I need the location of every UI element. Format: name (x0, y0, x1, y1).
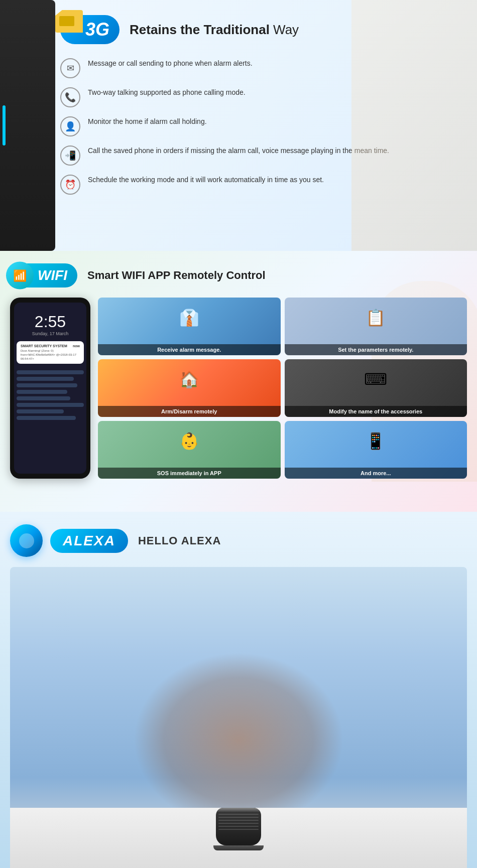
blurred-line (17, 403, 84, 407)
monitor-icon: 👤 (60, 116, 80, 136)
section-wifi: WIFI Smart WIFI APP Remotely Control 2:5… (0, 251, 477, 512)
alexa-orb-icon (10, 524, 43, 557)
alexa-speaker-device (208, 808, 269, 853)
cell-label: Modify the name of the accessories (285, 406, 467, 417)
speaker-line (218, 829, 259, 830)
phone-notification: SMART SECURITY SYSTEM now Door Alarming!… (17, 341, 84, 364)
cell-label: SOS immediately in APP (98, 468, 281, 479)
wifi-label: WIFI (38, 267, 67, 283)
speaker-line (218, 814, 259, 815)
alexa-title: HELLO ALEXA (138, 534, 221, 547)
blurred-line (17, 416, 76, 420)
section-alexa: ALEXA HELLO ALEXA (0, 512, 477, 868)
call-icon: 📲 (60, 146, 80, 166)
phone-blurred-lines (17, 370, 84, 422)
sim-card-inner (59, 16, 74, 26)
speaker-body (216, 808, 261, 845)
blurred-line (17, 383, 77, 387)
cell-label: Set the parameters remotely. (285, 344, 467, 355)
phone-date: Sunday, 17 March (32, 331, 68, 336)
cell-label: Receive alarm message. (98, 344, 281, 355)
speaker-line (218, 826, 259, 827)
3g-title-bold: Retains the Traditional (130, 22, 270, 37)
phone-time: 2:55 (35, 313, 66, 331)
blurred-line (17, 409, 64, 413)
grid-cell-receive-alarm: 👔 Receive alarm message. (98, 298, 281, 355)
wifi-content: 2:55 Sunday, 17 March SMART SECURITY SYS… (10, 298, 467, 479)
schedule-icon: ⏰ (60, 175, 80, 195)
speaker-line (218, 817, 259, 818)
cell-label: And more... (285, 468, 467, 479)
3g-title: Retains the Traditional Way (130, 22, 299, 38)
grid-cell-sos: 👶 SOS immediately in APP (98, 421, 281, 479)
grid-cell-modify-name: ⌨ Modify the name of the accessories (285, 359, 467, 417)
sim-card-icon (55, 10, 83, 33)
notif-time: now (73, 344, 80, 348)
feature-text: Message or call sending to phone when al… (88, 58, 253, 69)
set-parameters-illustration: 📋 (285, 298, 467, 338)
grid-cell-set-parameters: 📋 Set the parameters remotely. (285, 298, 467, 355)
wifi-badge: WIFI (10, 263, 77, 287)
feature-text: Monitor the home if alarm call holding. (88, 116, 207, 127)
grid-cell-and-more: 📱 And more... (285, 421, 467, 479)
speaker-line (218, 820, 259, 821)
and-more-illustration: 📱 (285, 421, 467, 462)
email-icon: ✉ (60, 58, 80, 78)
3g-label: 3G (85, 19, 109, 40)
woman-background (351, 0, 477, 251)
alexa-header: ALEXA HELLO ALEXA (10, 524, 467, 557)
notif-text: Door Alarming! (Zone: 0) from<MAC:f0fe6b… (21, 349, 80, 361)
feature-text: Call the saved phone in orders if missin… (88, 146, 389, 156)
3g-badge: 3G (60, 15, 120, 44)
phone-mockup: 2:55 Sunday, 17 March SMART SECURITY SYS… (10, 298, 90, 479)
feature-text: Schedule the working mode and it will wo… (88, 175, 324, 185)
blurred-line (17, 396, 70, 400)
phone-icon: 📞 (60, 87, 80, 107)
grid-cell-arm-disarm: 🏠 Arm/Disarm remotely (98, 359, 281, 417)
wifi-circle-icon (6, 262, 34, 290)
blurred-line (17, 370, 84, 374)
section-3g: 3G Retains the Traditional Way ✉ Message… (0, 0, 477, 251)
blurred-line (17, 377, 74, 381)
sos-illustration: 👶 (98, 421, 281, 462)
phone-screen: 2:55 Sunday, 17 March SMART SECURITY SYS… (14, 303, 86, 474)
cell-label: Arm/Disarm remotely (98, 406, 281, 417)
person-silhouette (133, 652, 344, 828)
feature-text: Two-way talking supported as phone calli… (88, 87, 246, 98)
notif-title: SMART SECURITY SYSTEM (21, 344, 67, 348)
alexa-scene (10, 567, 467, 868)
device-image (0, 0, 55, 251)
3g-title-normal: Way (270, 22, 299, 37)
blurred-line (17, 390, 67, 394)
features-grid: 👔 Receive alarm message. 📋 Set the param… (98, 298, 467, 479)
receive-alarm-illustration: 👔 (98, 298, 281, 338)
alexa-badge: ALEXA (50, 529, 128, 553)
modify-name-illustration: ⌨ (285, 359, 467, 400)
speaker-base (213, 845, 264, 850)
wifi-title: Smart WIFI APP Remotely Control (87, 269, 266, 282)
speaker-line (218, 823, 259, 824)
alexa-label: ALEXA (63, 533, 115, 549)
arm-disarm-illustration: 🏠 (98, 359, 281, 400)
speaker-lines (218, 814, 259, 832)
wifi-header: WIFI Smart WIFI APP Remotely Control (10, 263, 467, 287)
notif-header: SMART SECURITY SYSTEM now (21, 344, 80, 348)
